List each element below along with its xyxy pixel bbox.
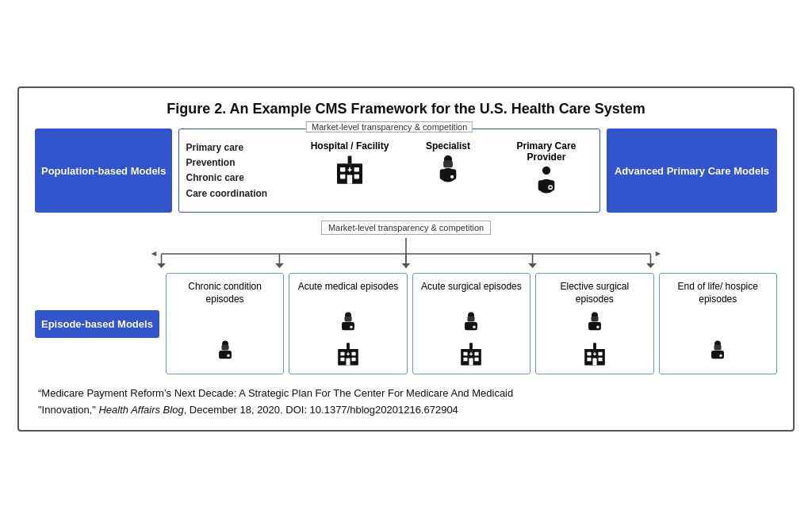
acute-surgical-person-icon [458, 312, 485, 339]
figure-container: Figure 2. An Example CMS Framework for t… [17, 86, 795, 432]
specialist-icon [431, 155, 465, 194]
svg-marker-32 [656, 251, 661, 256]
connector-arrows [35, 238, 777, 268]
episode-acute-surgical-icons [458, 312, 485, 367]
primary-care-label: Primary Care Provider [500, 140, 593, 163]
svg-rect-16 [538, 180, 555, 190]
svg-rect-42 [347, 343, 350, 350]
svg-point-79 [720, 355, 722, 357]
svg-rect-38 [342, 322, 354, 330]
svg-rect-78 [714, 345, 722, 351]
svg-rect-49 [347, 354, 350, 355]
svg-rect-2 [340, 167, 345, 172]
episode-chronic: Chronic condition episodes [166, 273, 284, 374]
svg-rect-65 [591, 317, 598, 322]
top-section: Population-based Models Market-level tra… [35, 129, 777, 213]
episode-acute-medical: Acute medical episodes [289, 273, 407, 374]
svg-marker-28 [528, 263, 537, 268]
episode-elective-surgical-icons [581, 312, 608, 367]
svg-rect-56 [464, 352, 468, 355]
svg-point-66 [596, 326, 599, 328]
citation-line2-prefix: "Innovation," [38, 404, 98, 416]
acute-medical-building-icon [335, 342, 361, 367]
svg-point-40 [350, 326, 352, 328]
episode-hospice: End of life/ hospice episodes [659, 273, 777, 374]
text-item-4: Care coordination [186, 186, 267, 201]
svg-rect-5 [354, 175, 359, 179]
svg-rect-47 [346, 359, 350, 366]
citation-line1: “Medicare Payment Reform’s Next Decade: … [38, 387, 513, 399]
svg-rect-4 [340, 175, 345, 179]
episode-acute-medical-title: Acute medical episodes [298, 280, 399, 293]
episode-chronic-icons [212, 340, 239, 367]
svg-marker-31 [151, 251, 156, 256]
svg-rect-64 [588, 322, 601, 330]
chronic-person-icon [212, 340, 239, 367]
provider-hospital: Hospital / Facility [303, 140, 396, 191]
acute-medical-person-icon [335, 312, 362, 339]
episode-hospice-icons [704, 340, 731, 367]
episode-chronic-title: Chronic condition episodes [171, 280, 278, 305]
episode-acute-surgical: Acute surgical episodes [412, 273, 530, 374]
provider-primary-care: Primary Care Provider [500, 140, 593, 205]
svg-rect-11 [440, 169, 457, 179]
svg-marker-30 [646, 263, 655, 268]
primary-care-icon [529, 166, 564, 205]
svg-point-13 [450, 175, 454, 178]
text-item-1: Primary care [186, 140, 243, 155]
svg-rect-12 [443, 160, 453, 167]
svg-rect-6 [347, 175, 352, 184]
svg-rect-34 [219, 351, 232, 359]
hospital-label: Hospital / Facility [311, 140, 389, 152]
specialist-label: Specialist [426, 140, 470, 152]
svg-marker-22 [157, 263, 166, 268]
svg-rect-3 [354, 167, 359, 172]
elective-building-icon [582, 342, 607, 367]
svg-rect-43 [340, 352, 344, 355]
bottom-section: Episode-based Models Chronic condition e… [35, 273, 777, 374]
citation-line2-suffix: , December 18, 2020. DOI: 10.1377/hblog2… [184, 404, 458, 416]
provider-row: Primary care Prevention Chronic care Car… [186, 140, 592, 205]
acute-surgical-building-icon [458, 342, 484, 367]
provider-specialist: Specialist [401, 140, 495, 194]
episode-label: Episode-based Models [35, 310, 159, 338]
svg-rect-60 [469, 359, 473, 366]
svg-rect-1 [348, 156, 352, 164]
svg-rect-51 [465, 322, 477, 330]
svg-rect-58 [464, 358, 468, 361]
svg-rect-72 [598, 358, 602, 361]
top-inner-box: Market-level transparency & competition … [178, 129, 599, 213]
svg-rect-59 [475, 358, 479, 361]
text-list: Primary care Prevention Chronic care Car… [186, 140, 298, 201]
svg-rect-75 [593, 354, 596, 355]
svg-rect-57 [475, 352, 479, 355]
episode-elective-surgical: Elective surgical episodes [535, 273, 653, 374]
svg-rect-73 [592, 359, 596, 366]
svg-rect-44 [351, 352, 355, 355]
svg-rect-71 [587, 358, 591, 361]
advanced-label: Advanced Primary Care Models [607, 129, 777, 213]
svg-rect-8 [348, 169, 352, 171]
population-label: Population-based Models [35, 129, 172, 213]
text-item-2: Prevention [186, 155, 235, 171]
hospice-person-icon [704, 340, 731, 367]
citation: “Medicare Payment Reform’s Next Decade: … [35, 386, 777, 419]
elective-person-icon [581, 312, 608, 339]
svg-rect-70 [598, 352, 602, 355]
svg-point-36 [227, 355, 229, 357]
market-label-top: Market-level transparency & competition [306, 121, 473, 132]
episodes-grid: Chronic condition episodes Acute medical… [166, 273, 777, 374]
connector-area: Market-level transparency & competition [35, 221, 777, 268]
svg-marker-24 [275, 263, 284, 268]
svg-rect-68 [593, 343, 596, 350]
svg-rect-77 [711, 351, 724, 359]
svg-rect-69 [587, 352, 591, 355]
svg-point-18 [550, 186, 552, 189]
svg-rect-35 [221, 345, 228, 351]
text-item-3: Chronic care [186, 171, 243, 186]
svg-rect-39 [344, 317, 351, 322]
svg-point-14 [542, 167, 550, 175]
svg-marker-26 [402, 263, 411, 268]
svg-rect-45 [340, 358, 344, 361]
svg-rect-52 [468, 317, 475, 322]
